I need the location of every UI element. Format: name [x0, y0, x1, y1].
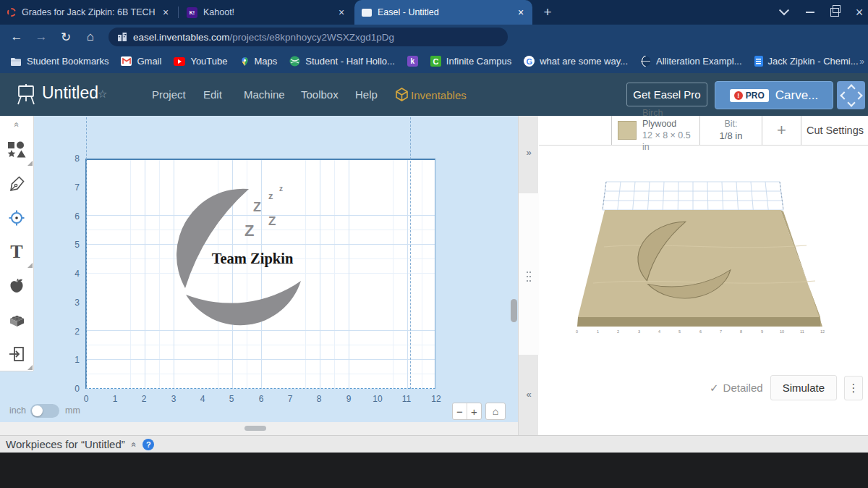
material-button[interactable]: Birch Plywood 12 × 8 × 0.5 in — [612, 116, 700, 145]
material-name: Birch Plywood — [642, 108, 699, 130]
sleep-letter[interactable]: Z — [268, 215, 276, 227]
tab-search-button[interactable] — [771, 0, 797, 25]
bookmark-jack-zipkin-doc[interactable]: Jack Zipkin - Chemi... — [754, 56, 859, 67]
projects-brick-button[interactable] — [0, 303, 33, 337]
get-easel-pro-button[interactable]: Get Easel Pro — [626, 83, 707, 106]
easel-main: 8 7 6 5 4 3 2 1 0 0 1 2 3 4 5 6 7 8 9 10… — [0, 116, 868, 435]
restore-button[interactable] — [822, 0, 848, 25]
tab-close-icon[interactable]: × — [518, 9, 525, 16]
svg-text:6: 6 — [699, 329, 702, 334]
expand-right-icon[interactable]: » — [519, 147, 539, 158]
bookmark-student-bookmarks[interactable]: Student Bookmarks — [10, 56, 109, 67]
fullscreen-toggle-button[interactable] — [837, 81, 865, 109]
collapse-up-icon: « — [12, 122, 22, 127]
bookmark-student-half-hollow[interactable]: Student - Half Hollo... — [289, 56, 395, 67]
import-tool-button[interactable] — [0, 337, 33, 371]
bookmark-infinite-campus[interactable]: C Infinite Campus — [430, 56, 511, 67]
bookmark-alliteration[interactable]: Alliteration Exampl... — [640, 56, 742, 67]
workpieces-collapse-icon[interactable]: « — [129, 442, 139, 447]
preview-menu-button[interactable]: ⋮ — [844, 376, 863, 400]
pro-exclamation-icon: ! — [734, 91, 743, 100]
pen-tool-button[interactable] — [0, 167, 33, 201]
unit-toggle[interactable] — [30, 404, 59, 418]
text-tool-button[interactable]: T — [0, 235, 33, 269]
svg-text:0: 0 — [576, 329, 578, 334]
design-library-button[interactable] — [0, 269, 33, 303]
pro-badge: ! PRO — [730, 89, 769, 102]
add-bit-button[interactable]: + — [762, 116, 801, 145]
browser-tab-strip: Grades for Jack Zipkin: 6B TECH × K! Kah… — [0, 0, 868, 25]
new-tab-button[interactable]: + — [538, 3, 557, 22]
forward-button[interactable]: → — [30, 25, 52, 49]
zoom-in-button[interactable]: + — [467, 403, 481, 419]
restore-icon — [830, 8, 839, 17]
drill-origin-tool-button[interactable] — [0, 201, 33, 235]
splitter-grip-icon[interactable] — [526, 270, 532, 282]
sleep-letter[interactable]: z — [279, 185, 283, 193]
corner-fold — [27, 365, 33, 370]
kahoot-favicon: K! — [187, 7, 197, 18]
minimize-button[interactable] — [797, 0, 823, 25]
tab-grades[interactable]: Grades for Jack Zipkin: 6B TECH × — [0, 0, 177, 25]
import-icon — [8, 345, 25, 363]
bookmark-kami[interactable]: k — [407, 56, 418, 67]
back-button[interactable]: ← — [6, 25, 27, 49]
tab-easel-active[interactable]: Easel - Untitled × — [354, 0, 532, 25]
shapes-tool-button[interactable] — [0, 132, 33, 167]
menu-toolbox[interactable]: Toolbox — [301, 88, 339, 101]
gmail-icon — [121, 56, 132, 66]
reload-button[interactable]: ↻ — [55, 25, 77, 49]
inventables-link[interactable]: Inventables — [411, 89, 467, 101]
material-swatch — [618, 121, 637, 140]
moon-lower-crescent[interactable] — [186, 281, 301, 325]
tab-kahoot[interactable]: K! Kahoot! × — [179, 0, 353, 25]
bookmarks-overflow-icon[interactable]: » — [859, 56, 864, 67]
workpieces-label: Workpieces for “Untitled” — [6, 438, 125, 450]
project-title[interactable]: Untitled — [42, 83, 98, 103]
favorite-star-icon[interactable]: ☆ — [98, 88, 107, 101]
bookmark-maps[interactable]: Maps — [240, 56, 278, 67]
canvas-horizontal-scrollbar[interactable] — [244, 426, 266, 431]
zoom-out-button[interactable]: − — [453, 403, 467, 419]
menu-project[interactable]: Project — [152, 88, 186, 101]
docs-icon — [754, 56, 763, 67]
sleep-letter[interactable]: z — [268, 191, 273, 201]
team-zipkin-text[interactable]: Team Zipkin — [204, 251, 301, 267]
minimize-icon — [806, 12, 814, 13]
moon-design[interactable] — [0, 116, 518, 422]
bit-button[interactable]: Bit: 1/8 in — [700, 116, 762, 145]
collapse-left-icon[interactable]: « — [519, 389, 539, 400]
detailed-toggle[interactable]: ✓ Detailed — [710, 382, 763, 395]
home-button[interactable]: ⌂ — [80, 25, 101, 49]
check-icon: ✓ — [710, 382, 719, 395]
easel-header: Untitled ☆ Project Edit Machine Toolbox … — [0, 73, 868, 116]
bit-value: 1/8 in — [720, 130, 743, 142]
zoom-home-button[interactable]: ⌂ — [485, 403, 506, 420]
bookmark-google-search[interactable]: G what are some way... — [524, 56, 628, 67]
tab-close-icon[interactable]: × — [163, 9, 170, 16]
cut-settings-button[interactable]: Cut Settings — [801, 116, 868, 145]
sleep-letter[interactable]: Z — [253, 201, 261, 214]
help-icon[interactable]: ? — [142, 439, 154, 450]
menu-machine[interactable]: Machine — [244, 88, 285, 101]
rail-collapse-button[interactable]: « — [0, 116, 33, 133]
bookmark-gmail[interactable]: Gmail — [121, 56, 161, 67]
canvas-vertical-scrollbar[interactable] — [511, 299, 517, 322]
tab-close-icon[interactable]: × — [339, 9, 346, 16]
bookmark-youtube[interactable]: YouTube — [174, 56, 227, 67]
moon-upper-crescent[interactable] — [176, 189, 249, 288]
menu-edit[interactable]: Edit — [203, 88, 222, 101]
design-canvas[interactable]: 8 7 6 5 4 3 2 1 0 0 1 2 3 4 5 6 7 8 9 10… — [0, 116, 518, 422]
preview-panel: Birch Plywood 12 × 8 × 0.5 in Bit: 1/8 i… — [539, 116, 868, 435]
svg-text:10: 10 — [780, 329, 784, 334]
youtube-icon — [174, 57, 185, 66]
panel-splitter[interactable]: » « — [518, 116, 538, 435]
close-window-button[interactable]: × — [846, 0, 868, 25]
sleep-letter[interactable]: Z — [244, 223, 254, 239]
menu-help[interactable]: Help — [355, 88, 378, 101]
carve-button[interactable]: ! PRO Carve... — [715, 81, 833, 109]
address-bar[interactable]: easel.inventables.com/projects/e8kpnhoyc… — [109, 28, 508, 46]
carve-3d-preview[interactable]: 01 23 45 67 89 1011 12 — [539, 146, 868, 337]
simulate-button[interactable]: Simulate — [770, 375, 837, 400]
managed-building-icon — [117, 32, 127, 42]
